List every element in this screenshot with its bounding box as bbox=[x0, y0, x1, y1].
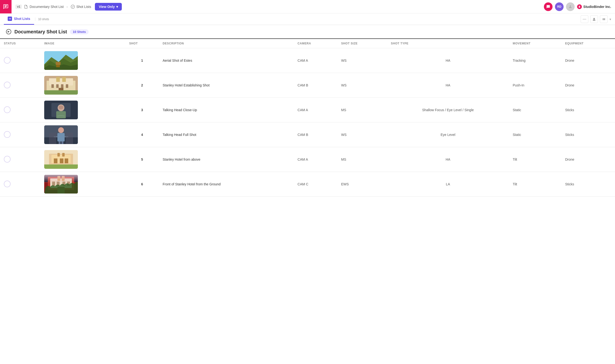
shot-equipment: Sticks bbox=[561, 172, 615, 197]
svg-rect-37 bbox=[62, 153, 65, 156]
shot-type: HA bbox=[387, 73, 509, 98]
nav-right: RD StudioBinder Inc. bbox=[544, 2, 611, 11]
col-equipment: EQUIPMENT bbox=[561, 39, 615, 48]
shot-size: WS bbox=[337, 122, 387, 147]
shot-number: 1 bbox=[125, 48, 159, 73]
shot-number: 4 bbox=[125, 122, 159, 147]
table-row[interactable]: 3 Talking Head Close-Up CAM A MS Shallow… bbox=[0, 98, 615, 122]
studio-name: StudioBinder Inc. bbox=[583, 5, 611, 9]
table-row[interactable]: 6 Front of Stanley Hotel from the Ground… bbox=[0, 172, 615, 197]
image-cell bbox=[40, 48, 125, 73]
table-row[interactable]: 4 Talking Head Full Shot CAM B WS Eye Le… bbox=[0, 122, 615, 147]
doc-title: Documentary Shot List bbox=[29, 5, 64, 9]
status-cell bbox=[0, 172, 40, 197]
shot-size: WS bbox=[337, 48, 387, 73]
person-button[interactable] bbox=[590, 15, 598, 23]
studio-dot-icon bbox=[577, 4, 582, 9]
shot-lists-nav[interactable]: Shot Lists bbox=[71, 5, 91, 9]
shot-movement: Tracking bbox=[509, 48, 561, 73]
shot-camera: CAM B bbox=[294, 73, 337, 98]
svg-rect-29 bbox=[59, 142, 61, 144]
version-badge: v1 bbox=[15, 5, 22, 9]
image-cell bbox=[40, 98, 125, 122]
status-cell bbox=[0, 98, 40, 122]
tab-shot-lists[interactable]: Shot Lists bbox=[4, 13, 34, 25]
status-circle bbox=[4, 57, 11, 64]
svg-rect-22 bbox=[56, 111, 66, 118]
shots-count: 10 shots bbox=[35, 17, 52, 21]
svg-rect-39 bbox=[60, 158, 63, 163]
svg-rect-41 bbox=[44, 165, 78, 169]
shot-camera: CAM A bbox=[294, 48, 337, 73]
table-row[interactable]: 2 Stanley Hotel Establishing Shot CAM B … bbox=[0, 73, 615, 98]
breadcrumb: Documentary Shot List bbox=[24, 5, 64, 9]
shot-movement: Push-In bbox=[509, 73, 561, 98]
table-row[interactable]: 5 Stanley Hotel from above CAM A MS HA T… bbox=[0, 147, 615, 172]
svg-rect-11 bbox=[56, 77, 60, 82]
status-circle bbox=[4, 181, 11, 187]
shot-list-header-icon bbox=[6, 29, 12, 35]
shot-description: Talking Head Full Shot bbox=[159, 122, 294, 147]
sub-nav-right: ⋯ ▾ bbox=[581, 15, 611, 23]
avatar-chat[interactable] bbox=[544, 2, 552, 11]
shot-size: MS bbox=[337, 147, 387, 172]
status-circle bbox=[4, 131, 11, 138]
table-row[interactable]: 1 Aerial Shot of Estes CAM A WS HA Track… bbox=[0, 48, 615, 73]
shot-type: LA bbox=[387, 172, 509, 197]
shot-image bbox=[44, 150, 78, 169]
shot-camera: CAM A bbox=[294, 147, 337, 172]
shot-list-title: Documentary Shot List bbox=[14, 29, 67, 35]
shot-equipment: Drone bbox=[561, 48, 615, 73]
view-only-button[interactable]: View Only ▾ bbox=[95, 3, 122, 11]
svg-rect-18 bbox=[44, 90, 78, 95]
shot-description: Stanley Hotel Establishing Shot bbox=[159, 73, 294, 98]
shot-movement: Static bbox=[509, 122, 561, 147]
shot-equipment: Drone bbox=[561, 73, 615, 98]
status-cell bbox=[0, 147, 40, 172]
svg-rect-31 bbox=[49, 132, 56, 144]
shot-size: MS bbox=[337, 98, 387, 122]
svg-point-27 bbox=[58, 127, 64, 133]
shot-image bbox=[44, 101, 78, 119]
avatar-person[interactable] bbox=[566, 2, 575, 11]
shot-type: HA bbox=[387, 147, 509, 172]
col-description: DESCRIPTION bbox=[159, 39, 294, 48]
tab-shot-lists-icon bbox=[8, 17, 12, 21]
tab-shot-lists-label: Shot Lists bbox=[14, 17, 30, 21]
shot-lists-label: Shot Lists bbox=[76, 5, 91, 9]
more-options-button[interactable]: ⋯ bbox=[581, 15, 588, 23]
shot-equipment: Sticks bbox=[561, 122, 615, 147]
shot-number: 5 bbox=[125, 147, 159, 172]
shot-description: Front of Stanley Hotel from the Ground bbox=[159, 172, 294, 197]
view-toggle-button[interactable] bbox=[600, 15, 608, 23]
svg-rect-13 bbox=[51, 84, 54, 88]
shot-number: 2 bbox=[125, 73, 159, 98]
chevron-down-icon: ▾ bbox=[116, 5, 118, 9]
shot-type: Eye Level bbox=[387, 122, 509, 147]
shots-tbody: 1 Aerial Shot of Estes CAM A WS HA Track… bbox=[0, 48, 615, 197]
svg-rect-30 bbox=[62, 142, 63, 144]
col-shot: SHOT bbox=[125, 39, 159, 48]
status-circle bbox=[4, 82, 11, 88]
image-cell bbox=[40, 172, 125, 197]
image-cell bbox=[40, 147, 125, 172]
svg-rect-15 bbox=[61, 84, 63, 88]
svg-rect-52 bbox=[44, 175, 78, 183]
svg-rect-38 bbox=[54, 158, 57, 163]
shot-description: Aerial Shot of Estes bbox=[159, 48, 294, 73]
chevron-expand-icon[interactable]: ▾ bbox=[609, 17, 611, 21]
col-status: STATUS bbox=[0, 39, 40, 48]
status-circle bbox=[4, 156, 11, 163]
shot-list-header: Documentary Shot List 10 Shots bbox=[0, 25, 615, 39]
shot-type: Shallow Focus / Eye Level / Single bbox=[387, 98, 509, 122]
status-circle bbox=[4, 106, 11, 113]
avatar-rd[interactable]: RD bbox=[555, 2, 564, 11]
studio-logo: StudioBinder Inc. bbox=[577, 4, 611, 9]
shot-description: Talking Head Close-Up bbox=[159, 98, 294, 122]
shots-pill: 10 Shots bbox=[70, 29, 89, 34]
shot-size: EWS bbox=[337, 172, 387, 197]
shot-movement: Tilt bbox=[509, 147, 561, 172]
shot-image bbox=[44, 175, 78, 194]
shot-number: 3 bbox=[125, 98, 159, 122]
sub-nav: Shot Lists 10 shots ⋯ ▾ bbox=[0, 13, 615, 25]
